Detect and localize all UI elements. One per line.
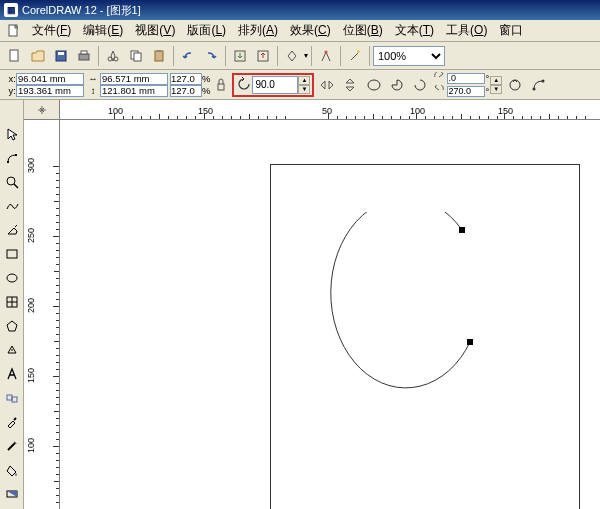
interactive-fill-tool[interactable] — [1, 483, 23, 505]
scale-x-input[interactable] — [170, 73, 202, 85]
document-icon[interactable] — [6, 23, 22, 39]
end-angle-input[interactable] — [447, 86, 485, 97]
ellipse-tool[interactable] — [1, 267, 23, 289]
rotation-spinner[interactable]: ▲▼ — [298, 76, 310, 94]
to-curves-button[interactable] — [528, 74, 550, 96]
polygon-tool[interactable] — [1, 315, 23, 337]
menu-effects[interactable]: 效果(C) — [284, 20, 337, 41]
redo-button[interactable] — [200, 45, 222, 67]
paste-button[interactable] — [148, 45, 170, 67]
svg-rect-10 — [155, 51, 163, 61]
arc-end-handle[interactable] — [467, 339, 473, 345]
fill-tool[interactable] — [1, 459, 23, 481]
arc-angles-group: ° ° — [433, 72, 489, 97]
percent-label: % — [202, 73, 210, 84]
svg-rect-23 — [7, 250, 17, 258]
svg-point-19 — [542, 79, 545, 82]
width-input[interactable] — [100, 73, 168, 85]
separator — [277, 46, 278, 66]
separator — [311, 46, 312, 66]
workspace: 10015050100150 300250200150100 — [0, 100, 600, 509]
basic-shapes-tool[interactable] — [1, 339, 23, 361]
menu-bitmap[interactable]: 位图(B) — [337, 20, 389, 41]
rotation-angle-input[interactable] — [252, 76, 298, 94]
svg-rect-11 — [157, 50, 161, 52]
svg-rect-3 — [58, 52, 64, 55]
height-icon: ↕ — [86, 85, 100, 97]
menu-edit[interactable]: 编辑(E) — [77, 20, 129, 41]
undo-button[interactable] — [177, 45, 199, 67]
svg-rect-1 — [10, 50, 18, 61]
outline-tool[interactable] — [1, 435, 23, 457]
canvas[interactable] — [60, 120, 600, 509]
mirror-v-button[interactable] — [339, 74, 361, 96]
pie-button[interactable] — [386, 74, 408, 96]
shape-tool[interactable] — [1, 147, 23, 169]
svg-rect-9 — [134, 53, 141, 61]
vertical-ruler[interactable]: 300250200150100 — [24, 120, 60, 509]
zoom-level-select[interactable]: 100% — [373, 46, 445, 66]
x-position-input[interactable] — [16, 73, 84, 85]
menu-text[interactable]: 文本(T) — [389, 20, 440, 41]
rotation-group: ▲▼ — [232, 73, 314, 97]
svg-rect-5 — [81, 51, 87, 54]
separator — [173, 46, 174, 66]
svg-point-22 — [7, 177, 15, 185]
dropdown-arrow[interactable]: ▾ — [304, 51, 308, 60]
separator — [225, 46, 226, 66]
app-icon: ▦ — [4, 3, 18, 17]
lock-ratio-button[interactable] — [212, 73, 230, 97]
rectangle-tool[interactable] — [1, 243, 23, 265]
direction-button[interactable] — [504, 74, 526, 96]
graph-paper-tool[interactable] — [1, 291, 23, 313]
svg-rect-27 — [12, 397, 17, 402]
ellipse-button[interactable] — [363, 74, 385, 96]
y-position-input[interactable] — [16, 85, 84, 97]
arc-object[interactable] — [330, 212, 530, 432]
corel-online-button[interactable] — [315, 45, 337, 67]
arc-button[interactable] — [409, 74, 431, 96]
size-group: ↔ ↕ — [86, 73, 168, 97]
cut-button[interactable] — [102, 45, 124, 67]
menu-window[interactable]: 窗口 — [493, 20, 529, 41]
freehand-tool[interactable] — [1, 195, 23, 217]
title-text: CorelDRAW 12 - [图形1] — [22, 3, 141, 18]
eyedropper-tool[interactable] — [1, 411, 23, 433]
svg-point-14 — [325, 50, 328, 53]
pick-tool[interactable] — [1, 123, 23, 145]
svg-point-16 — [368, 80, 380, 90]
copy-button[interactable] — [125, 45, 147, 67]
arc-end-icon — [433, 85, 447, 97]
menu-tools[interactable]: 工具(O) — [440, 20, 493, 41]
menu-view[interactable]: 视图(V) — [129, 20, 181, 41]
mirror-h-button[interactable] — [316, 74, 338, 96]
zoom-tool[interactable] — [1, 171, 23, 193]
wand-button[interactable] — [344, 45, 366, 67]
percent-label: % — [202, 85, 210, 96]
start-angle-input[interactable] — [447, 73, 485, 84]
arc-start-handle[interactable] — [459, 227, 465, 233]
import-button[interactable] — [229, 45, 251, 67]
svg-point-17 — [510, 80, 520, 90]
x-label: x: — [4, 73, 16, 85]
ruler-origin[interactable] — [24, 100, 60, 120]
horizontal-ruler[interactable]: 10015050100150 — [60, 100, 600, 120]
print-button[interactable] — [73, 45, 95, 67]
angle-spinner[interactable]: ▲▼ — [490, 76, 502, 94]
menu-file[interactable]: 文件(F) — [26, 20, 77, 41]
title-bar: ▦ CorelDRAW 12 - [图形1] — [0, 0, 600, 20]
app-launcher-button[interactable] — [281, 45, 303, 67]
export-button[interactable] — [252, 45, 274, 67]
menu-arrange[interactable]: 排列(A) — [232, 20, 284, 41]
smart-draw-tool[interactable] — [1, 219, 23, 241]
text-tool[interactable] — [1, 363, 23, 385]
svg-rect-4 — [79, 54, 89, 60]
new-button[interactable] — [4, 45, 26, 67]
blend-tool[interactable] — [1, 387, 23, 409]
menu-layout[interactable]: 版面(L) — [181, 20, 232, 41]
separator — [340, 46, 341, 66]
height-input[interactable] — [100, 85, 168, 97]
scale-y-input[interactable] — [170, 85, 202, 97]
open-button[interactable] — [27, 45, 49, 67]
save-button[interactable] — [50, 45, 72, 67]
